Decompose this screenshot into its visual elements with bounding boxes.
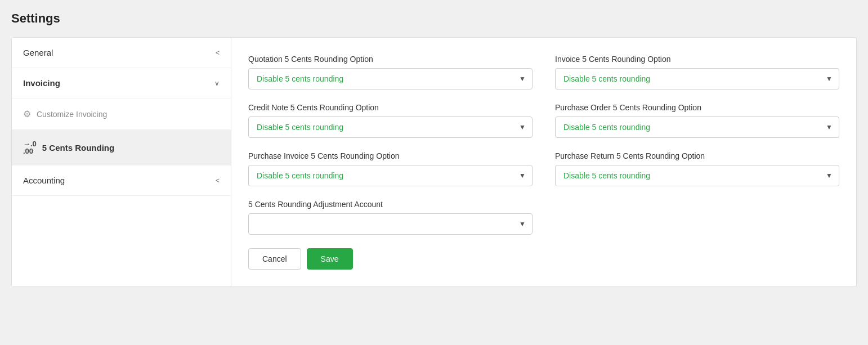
credit-note-5cents-label: Credit Note 5 Cents Rounding Option xyxy=(248,103,533,112)
sidebar-item-invoicing-label: Invoicing xyxy=(23,78,60,88)
purchase-return-5cents-field: Purchase Return 5 Cents Rounding Option … xyxy=(555,151,839,186)
cancel-button[interactable]: Cancel xyxy=(248,248,301,270)
sidebar-item-general-label: General xyxy=(23,48,53,57)
purchase-order-5cents-field: Purchase Order 5 Cents Rounding Option D… xyxy=(555,103,839,138)
action-buttons: Cancel Save xyxy=(248,248,839,270)
invoice-5cents-field: Invoice 5 Cents Rounding Option Disable … xyxy=(555,55,839,89)
purchase-invoice-5cents-select-wrapper: Disable 5 cents rounding Enable 5 cents … xyxy=(248,165,533,186)
quotation-5cents-label: Quotation 5 Cents Rounding Option xyxy=(248,55,533,64)
purchase-invoice-5cents-label: Purchase Invoice 5 Cents Rounding Option xyxy=(248,151,533,160)
rounding-icon: →.0.00 xyxy=(23,140,37,155)
purchase-invoice-5cents-field: Purchase Invoice 5 Cents Rounding Option… xyxy=(248,151,533,186)
main-container: General < Invoicing ∨ ⚙ Customize Invoic… xyxy=(11,37,857,287)
sidebar-item-customize-invoicing-label: Customize Invoicing xyxy=(37,110,107,119)
adjustment-account-label: 5 Cents Rounding Adjustment Account xyxy=(248,200,533,209)
purchase-order-5cents-select-wrapper: Disable 5 cents rounding Enable 5 cents … xyxy=(555,117,839,138)
content-area: Quotation 5 Cents Rounding Option Disabl… xyxy=(231,38,856,286)
purchase-return-5cents-label: Purchase Return 5 Cents Rounding Option xyxy=(555,151,839,160)
adjustment-account-section: 5 Cents Rounding Adjustment Account ▼ xyxy=(248,200,533,235)
chevron-left-icon: < xyxy=(216,49,220,57)
save-button[interactable]: Save xyxy=(307,248,353,270)
quotation-5cents-field: Quotation 5 Cents Rounding Option Disabl… xyxy=(248,55,533,89)
credit-note-5cents-field: Credit Note 5 Cents Rounding Option Disa… xyxy=(248,103,533,138)
form-grid: Quotation 5 Cents Rounding Option Disabl… xyxy=(248,55,839,186)
chevron-down-icon: ∨ xyxy=(214,79,220,87)
sidebar-item-rounding-label: 5 Cents Rounding xyxy=(42,143,114,153)
sidebar-item-accounting[interactable]: Accounting < xyxy=(12,165,231,196)
sidebar: General < Invoicing ∨ ⚙ Customize Invoic… xyxy=(12,38,231,286)
gear-icon: ⚙ xyxy=(23,109,31,119)
quotation-5cents-select[interactable]: Disable 5 cents rounding Enable 5 cents … xyxy=(248,68,533,89)
chevron-left-icon-accounting: < xyxy=(216,177,220,185)
invoice-5cents-label: Invoice 5 Cents Rounding Option xyxy=(555,55,839,64)
purchase-order-5cents-select[interactable]: Disable 5 cents rounding Enable 5 cents … xyxy=(555,117,839,138)
quotation-5cents-select-wrapper: Disable 5 cents rounding Enable 5 cents … xyxy=(248,68,533,89)
purchase-return-5cents-select[interactable]: Disable 5 cents rounding Enable 5 cents … xyxy=(555,165,839,186)
adjustment-account-select[interactable] xyxy=(248,213,533,235)
purchase-invoice-5cents-select[interactable]: Disable 5 cents rounding Enable 5 cents … xyxy=(248,165,533,186)
sidebar-item-general[interactable]: General < xyxy=(12,38,231,68)
adjustment-account-select-wrapper: ▼ xyxy=(248,213,533,235)
purchase-return-5cents-select-wrapper: Disable 5 cents rounding Enable 5 cents … xyxy=(555,165,839,186)
invoice-5cents-select[interactable]: Disable 5 cents rounding Enable 5 cents … xyxy=(555,68,839,89)
sidebar-item-invoicing[interactable]: Invoicing ∨ xyxy=(12,68,231,98)
sidebar-item-customize-invoicing[interactable]: ⚙ Customize Invoicing xyxy=(12,98,231,130)
purchase-order-5cents-label: Purchase Order 5 Cents Rounding Option xyxy=(555,103,839,112)
credit-note-5cents-select-wrapper: Disable 5 cents rounding Enable 5 cents … xyxy=(248,117,533,138)
invoice-5cents-select-wrapper: Disable 5 cents rounding Enable 5 cents … xyxy=(555,68,839,89)
credit-note-5cents-select[interactable]: Disable 5 cents rounding Enable 5 cents … xyxy=(248,117,533,138)
page-title: Settings xyxy=(11,11,857,26)
sidebar-item-accounting-label: Accounting xyxy=(23,176,65,185)
sidebar-item-5cents-rounding[interactable]: →.0.00 5 Cents Rounding xyxy=(12,130,231,165)
